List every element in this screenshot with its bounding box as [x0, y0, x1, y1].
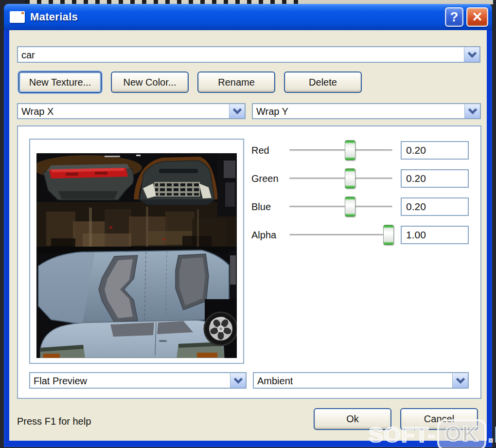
red-slider[interactable] — [289, 141, 392, 160]
chevron-down-icon[interactable] — [229, 104, 245, 118]
blue-slider-label: Blue — [251, 197, 289, 216]
ok-button[interactable]: Ok — [314, 408, 391, 430]
new-color-button[interactable]: New Color... — [111, 72, 189, 93]
help-text: Press F1 for help — [17, 416, 91, 427]
wrap-y-value: Wrap Y — [253, 104, 464, 118]
green-slider[interactable] — [289, 169, 392, 188]
delete-button[interactable]: Delete — [284, 72, 362, 93]
help-button[interactable]: ? — [445, 7, 463, 27]
alpha-slider-thumb[interactable] — [383, 225, 394, 245]
green-slider-label: Green — [251, 169, 289, 188]
lighting-mode-value: Ambient — [254, 373, 452, 388]
lighting-mode-combobox[interactable]: Ambient — [253, 372, 469, 389]
chevron-down-icon[interactable] — [230, 373, 246, 388]
chevron-down-icon[interactable] — [464, 104, 480, 118]
settings-panel: Red Green Blue Alpha — [17, 125, 481, 399]
wrap-x-value: Wrap X — [18, 104, 229, 118]
rename-button[interactable]: Rename — [197, 72, 275, 93]
alpha-slider-label: Alpha — [251, 226, 289, 244]
wrap-y-combobox[interactable]: Wrap Y — [252, 103, 481, 119]
green-value-field[interactable] — [401, 169, 469, 188]
alpha-value-field[interactable] — [401, 226, 469, 244]
title-bar[interactable]: Materials ? ✕ — [4, 4, 492, 30]
chevron-down-icon[interactable] — [452, 373, 468, 388]
red-slider-thumb[interactable] — [345, 140, 355, 161]
wrap-x-combobox[interactable]: Wrap X — [17, 103, 246, 119]
blue-slider[interactable] — [289, 197, 392, 216]
preview-mode-combobox[interactable]: Flat Preview — [29, 372, 247, 389]
blue-slider-thumb[interactable] — [345, 197, 355, 217]
window-icon — [10, 11, 25, 23]
chevron-down-icon[interactable] — [464, 47, 479, 62]
materials-dialog: Materials ? ✕ car New Texture... New Col… — [4, 4, 492, 447]
red-value-field[interactable] — [401, 141, 469, 160]
preview-mode-value: Flat Preview — [30, 373, 230, 388]
red-slider-label: Red — [251, 141, 289, 160]
green-slider-thumb[interactable] — [345, 168, 355, 189]
material-combobox-value: car — [18, 47, 464, 62]
blue-slider-track[interactable] — [289, 206, 392, 208]
new-texture-button[interactable]: New Texture... — [18, 72, 102, 93]
alpha-slider[interactable] — [289, 226, 392, 244]
alpha-slider-track[interactable] — [289, 234, 392, 236]
dialog-client-area: car New Texture... New Color... Rename D… — [9, 30, 487, 441]
texture-preview-frame — [29, 139, 244, 364]
cancel-button[interactable]: Cancel — [400, 408, 478, 430]
red-slider-track[interactable] — [289, 149, 392, 151]
close-icon[interactable]: ✕ — [466, 7, 488, 27]
green-slider-track[interactable] — [289, 178, 392, 179]
material-combobox[interactable]: car — [17, 46, 480, 63]
window-title: Materials — [30, 11, 442, 23]
blue-value-field[interactable] — [401, 197, 469, 216]
texture-preview-image — [36, 153, 237, 358]
